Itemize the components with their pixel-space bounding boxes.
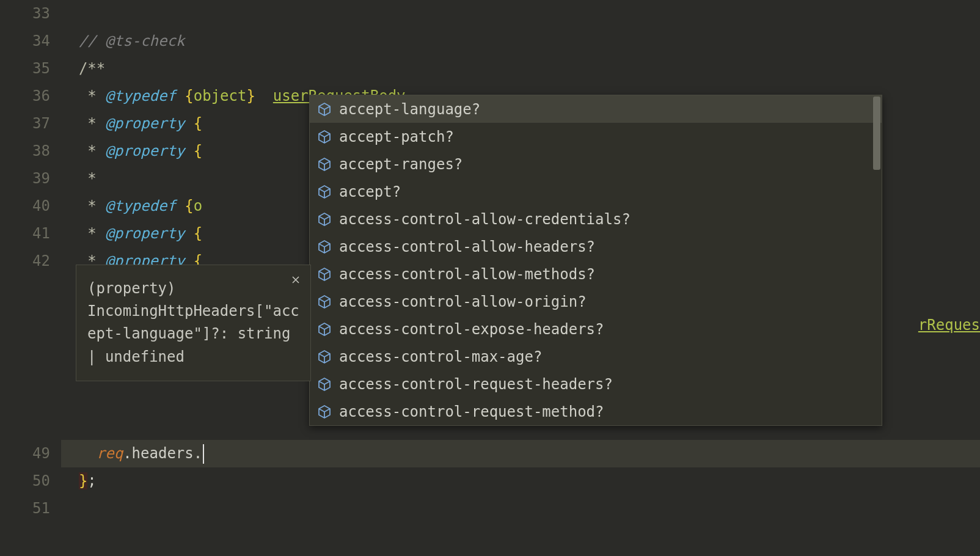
line-number: 40 <box>0 192 50 220</box>
cube-icon <box>316 266 333 283</box>
code-line[interactable]: // @ts-check <box>61 27 980 55</box>
autocomplete-label: accept-patch? <box>339 128 454 145</box>
cube-icon <box>316 293 333 310</box>
jsdoc-tag: @typedef <box>105 87 176 104</box>
cube-icon <box>316 403 333 420</box>
jsdoc-star: * <box>79 142 105 159</box>
autocomplete-label: access-control-max-age? <box>339 348 542 365</box>
jsdoc-brace: { <box>185 115 202 132</box>
autocomplete-item[interactable]: access-control-allow-headers? <box>310 233 882 260</box>
line-number: 34 <box>0 27 50 55</box>
jsdoc-brace: { <box>185 225 202 242</box>
jsdoc-star: * <box>79 170 97 187</box>
dot: . <box>194 445 202 462</box>
autocomplete-label: access-control-expose-headers? <box>339 321 604 338</box>
line-number: 50 <box>0 467 50 495</box>
jsdoc-type: object <box>194 87 247 104</box>
line-number: 51 <box>0 495 50 522</box>
autocomplete-label: access-control-request-headers? <box>339 376 613 393</box>
closing-brace: } <box>79 472 87 489</box>
line-number <box>0 385 50 412</box>
scrollbar-thumb[interactable] <box>873 97 880 170</box>
autocomplete-item[interactable]: access-control-allow-methods? <box>310 260 882 288</box>
cube-icon <box>316 128 333 145</box>
code-line-current[interactable]: req.headers. <box>61 440 980 467</box>
jsdoc-open: /** <box>79 60 105 77</box>
jsdoc-tag: @property <box>105 115 185 132</box>
autocomplete-label: access-control-request-method? <box>339 403 604 420</box>
tooltip-text: (property) IncomingHttpHeaders["accept-l… <box>87 280 299 365</box>
semicolon: ; <box>87 472 96 489</box>
jsdoc-type-partial: o <box>194 197 202 214</box>
autocomplete-item[interactable]: accept-patch? <box>310 123 882 150</box>
code-editor[interactable]: 33 34 35 36 37 38 39 40 41 42 49 50 51 /… <box>0 0 980 556</box>
autocomplete-item[interactable]: accept? <box>310 178 882 205</box>
autocomplete-item[interactable]: access-control-request-method? <box>310 398 882 425</box>
line-number <box>0 275 50 302</box>
line-number: 42 <box>0 247 50 275</box>
autocomplete-label: access-control-allow-origin? <box>339 293 587 310</box>
cube-icon <box>316 348 333 365</box>
code-line[interactable]: /** <box>61 55 980 82</box>
jsdoc-tag: @typedef <box>105 197 176 214</box>
line-number <box>0 302 50 330</box>
close-icon[interactable] <box>288 273 303 287</box>
jsdoc-brace: { <box>176 197 194 214</box>
property: headers <box>132 445 194 462</box>
cube-icon <box>316 376 333 393</box>
autocomplete-label: access-control-allow-headers? <box>339 238 595 255</box>
jsdoc-star: * <box>79 225 105 242</box>
line-number <box>0 412 50 440</box>
code-content[interactable]: // @ts-check /** * @typedef {object} use… <box>61 0 980 556</box>
autocomplete-label: access-control-allow-credentials? <box>339 211 631 228</box>
cube-icon <box>316 238 333 255</box>
line-number: 33 <box>0 0 50 27</box>
cube-icon <box>316 211 333 228</box>
cube-icon <box>316 156 333 173</box>
autocomplete-item[interactable]: accept-ranges? <box>310 150 882 178</box>
variable: req <box>97 445 123 462</box>
code-line[interactable] <box>61 0 980 27</box>
autocomplete-item[interactable]: access-control-request-headers? <box>310 370 882 398</box>
autocomplete-label: accept-ranges? <box>339 156 463 173</box>
line-number: 39 <box>0 165 50 192</box>
line-number: 41 <box>0 220 50 247</box>
jsdoc-brace: { <box>176 87 194 104</box>
line-number <box>0 330 50 357</box>
jsdoc-brace: } <box>246 87 255 104</box>
comment-text: // @ts-check <box>79 32 185 49</box>
overflow-text: rReques <box>918 312 980 339</box>
jsdoc-star: * <box>79 87 105 104</box>
line-gutter: 33 34 35 36 37 38 39 40 41 42 49 50 51 <box>0 0 61 556</box>
text-cursor <box>203 444 204 464</box>
cube-icon <box>316 183 333 200</box>
line-number: 35 <box>0 55 50 82</box>
jsdoc-tag: @property <box>105 142 185 159</box>
cube-icon <box>316 321 333 338</box>
hover-info-tooltip: (property) IncomingHttpHeaders["accept-l… <box>76 265 311 381</box>
line-number: 36 <box>0 82 50 110</box>
line-number: 37 <box>0 110 50 137</box>
cube-icon <box>316 101 333 118</box>
autocomplete-item[interactable]: accept-language? <box>310 95 882 123</box>
line-number: 38 <box>0 137 50 165</box>
autocomplete-popup[interactable]: accept-language?accept-patch?accept-rang… <box>309 95 882 426</box>
autocomplete-item[interactable]: access-control-max-age? <box>310 343 882 370</box>
jsdoc-star: * <box>79 197 105 214</box>
dot: . <box>123 445 131 462</box>
line-number <box>0 357 50 385</box>
jsdoc-star: * <box>79 115 105 132</box>
autocomplete-item[interactable]: access-control-expose-headers? <box>310 315 882 343</box>
jsdoc-tag: @property <box>105 225 185 242</box>
autocomplete-item[interactable]: access-control-allow-credentials? <box>310 205 882 233</box>
autocomplete-item[interactable]: access-control-allow-origin? <box>310 288 882 315</box>
jsdoc-brace: { <box>185 142 202 159</box>
autocomplete-label: accept-language? <box>339 101 480 118</box>
autocomplete-label: access-control-allow-methods? <box>339 266 595 283</box>
code-line[interactable]: }; <box>61 467 980 495</box>
autocomplete-label: accept? <box>339 183 401 200</box>
code-line[interactable] <box>61 495 980 522</box>
line-number: 49 <box>0 440 50 467</box>
